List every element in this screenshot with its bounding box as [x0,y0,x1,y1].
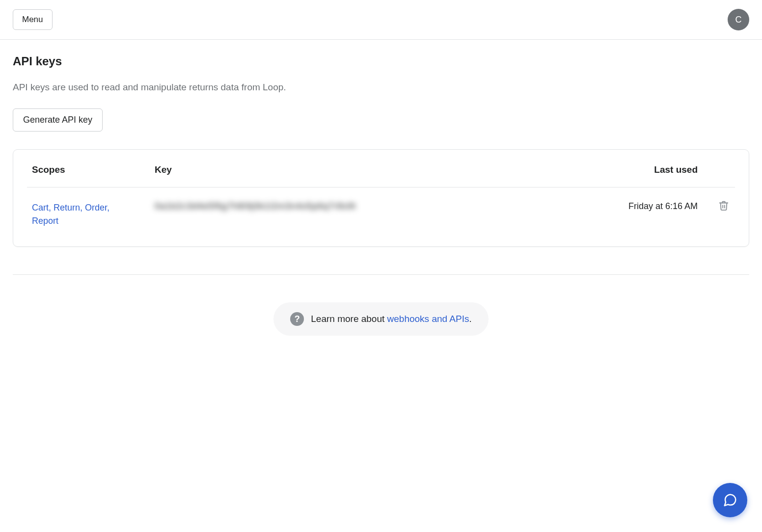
menu-button[interactable]: Menu [13,9,53,30]
help-callout: ? Learn more about webhooks and APIs. [273,302,488,336]
api-keys-table: Scopes Key Last used Cart, Return, Order… [27,164,735,232]
page-description: API keys are used to read and manipulate… [13,82,749,93]
column-header-key: Key [140,164,548,187]
api-keys-card: Scopes Key Last used Cart, Return, Order… [13,149,749,247]
webhooks-apis-link[interactable]: webhooks and APIs [387,314,469,324]
last-used-value: Friday at 6:16 AM [548,187,712,232]
divider [13,274,749,275]
help-text-prefix: Learn more about [311,314,387,324]
delete-key-button[interactable] [717,199,730,212]
help-text-suffix: . [469,314,471,324]
column-header-last-used: Last used [548,164,712,187]
question-icon: ? [290,312,304,326]
table-row: Cart, Return, Order, Report 0a1b2c3d4e5f… [27,187,735,232]
generate-api-key-button[interactable]: Generate API key [13,108,103,132]
api-key-value[interactable]: 0a1b2c3d4e5f6g7h8i9j0k1l2m3n4o5p6q7r8s9t [155,201,356,211]
scopes-link[interactable]: Cart, Return, Order, Report [32,201,115,228]
page-title: API keys [13,54,749,68]
avatar[interactable]: C [728,9,749,30]
column-header-scopes: Scopes [27,164,140,187]
trash-icon [718,200,729,211]
